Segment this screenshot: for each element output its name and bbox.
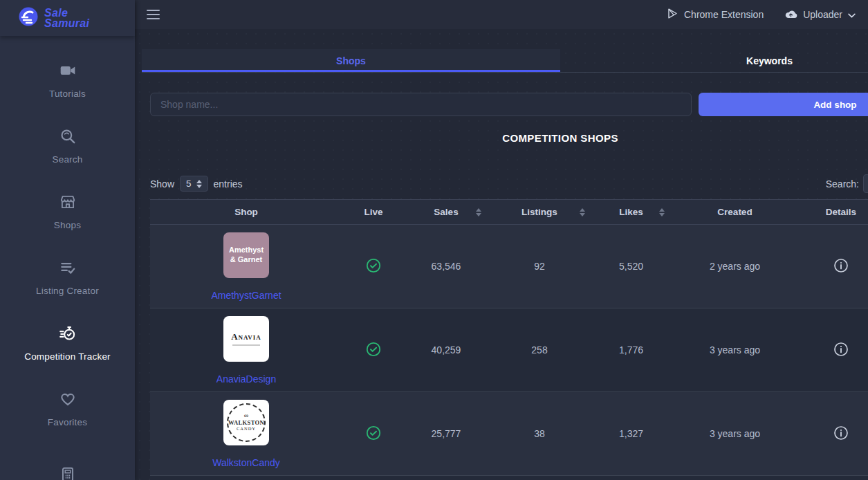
brand-name: Sale Samurai (44, 8, 89, 28)
content: Shops Keywords Add shop COMPETITION SHOP… (142, 29, 868, 480)
table-row: ∞ WALKSTON CANDY WalkstonCandy (150, 392, 868, 476)
search-label: Search: (826, 178, 859, 190)
uploader-dropdown[interactable]: Uploader (784, 9, 856, 21)
sidebar-item-label: Search (53, 154, 83, 165)
add-shop-button[interactable]: Add shop (699, 93, 868, 116)
heart-icon (59, 390, 77, 408)
created-value: 2 years ago (671, 225, 799, 308)
search-icon (59, 127, 77, 145)
listings-value: 38 (488, 392, 591, 476)
sidebar-item-label: Tutorials (49, 89, 86, 99)
sidebar-item-calculator[interactable] (0, 441, 135, 480)
column-header-listings[interactable]: Listings (488, 200, 591, 225)
live-check-icon (366, 432, 381, 443)
chrome-extension-label: Chrome Extension (684, 9, 764, 20)
column-header-sales[interactable]: Sales (405, 200, 488, 225)
sidebar-item-listing-creator[interactable]: Listing Creator (0, 244, 135, 310)
column-header-shop: Shop (150, 200, 342, 225)
app-window: Sale Samurai Tutorials Search (0, 0, 868, 480)
sale-samurai-logo-icon (18, 6, 39, 30)
sidebar-item-label: Shops (54, 220, 81, 230)
select-arrows-icon (196, 180, 202, 188)
table-row-partial (150, 476, 868, 480)
sales-value: 63,546 (405, 225, 488, 308)
shop-name-link[interactable]: WalkstonCandy (212, 457, 280, 468)
list-check-icon (59, 259, 77, 277)
sidebar: Sale Samurai Tutorials Search (0, 0, 135, 480)
details-info-icon[interactable] (833, 425, 849, 443)
shop-name-link[interactable]: AmethystGarnet (211, 290, 281, 301)
likes-value: 1,327 (591, 392, 671, 476)
play-store-icon (667, 8, 678, 21)
shop-name-link[interactable]: AnaviaDesign (216, 373, 276, 385)
stopwatch-icon (59, 324, 77, 342)
listings-value: 92 (488, 225, 591, 308)
table-row: Amethyst & Garnet AmethystGarnet 63,546 … (150, 225, 868, 308)
sidebar-nav: Tutorials Search Shops (0, 47, 135, 480)
column-header-created: Created (671, 200, 799, 225)
live-check-icon (366, 348, 381, 359)
table-header-row: Shop Live Sales Listings Likes Created D… (150, 200, 868, 225)
page-size-select[interactable]: 5 (180, 176, 208, 192)
table-search-input[interactable] (863, 174, 868, 193)
cloud-upload-icon (784, 9, 797, 21)
show-label: Show (150, 178, 174, 190)
calculator-icon (59, 465, 77, 480)
sidebar-item-tutorials[interactable]: Tutorials (0, 47, 135, 113)
column-header-live: Live (342, 200, 405, 225)
details-info-icon[interactable] (833, 342, 849, 359)
sales-value: 40,259 (405, 308, 488, 392)
tab-shops[interactable]: Shops (142, 49, 560, 72)
shop-logo: Amethyst & Garnet (223, 232, 269, 278)
table-controls: Show 5 entries Search: (150, 174, 868, 193)
sort-icon (476, 208, 481, 216)
shop-logo: ∞ WALKSTON CANDY (223, 400, 269, 445)
video-camera-icon (59, 62, 77, 80)
entries-label: entries (214, 178, 243, 190)
uploader-label: Uploader (803, 9, 842, 20)
likes-value: 5,520 (591, 225, 671, 308)
main-area: Chrome Extension Uploader Shops Keywords (135, 0, 868, 480)
created-value: 3 years ago (671, 308, 799, 392)
sidebar-item-label: Listing Creator (36, 286, 99, 296)
sidebar-item-label: Competition Tracker (24, 351, 111, 362)
chevron-down-icon (848, 9, 856, 20)
sidebar-item-label: Favorites (48, 417, 87, 427)
shop-logo: Anavia (223, 316, 269, 362)
topbar: Chrome Extension Uploader (135, 0, 868, 29)
shop-name-input[interactable] (150, 93, 692, 116)
competition-shops-table: Shop Live Sales Listings Likes Created D… (150, 199, 868, 480)
likes-value: 1,776 (591, 308, 671, 392)
live-check-icon (366, 264, 381, 275)
sales-value: 25,777 (405, 392, 488, 476)
chrome-extension-link[interactable]: Chrome Extension (667, 8, 764, 21)
column-header-likes[interactable]: Likes (591, 200, 671, 225)
sort-icon (580, 208, 585, 216)
page-title: COMPETITION SHOPS (142, 132, 868, 144)
hamburger-menu-button[interactable] (145, 8, 161, 21)
created-value: 3 years ago (671, 392, 799, 476)
shop-toolbar: Add shop (150, 93, 868, 116)
tab-bar: Shops Keywords (142, 49, 868, 73)
table-row: Anavia AnaviaDesign 40,259 258 1,776 (150, 308, 868, 392)
sidebar-item-competition-tracker[interactable]: Competition Tracker (0, 310, 135, 376)
sidebar-item-favorites[interactable]: Favorites (0, 376, 135, 441)
sort-icon (659, 208, 665, 216)
details-info-icon[interactable] (833, 258, 849, 275)
sidebar-item-search[interactable]: Search (0, 113, 135, 178)
storefront-icon (59, 193, 77, 211)
column-header-details: Details (799, 200, 868, 225)
logo-link[interactable]: Sale Samurai (0, 0, 135, 36)
tab-keywords[interactable]: Keywords (560, 49, 868, 72)
listings-value: 258 (488, 308, 591, 392)
sidebar-item-shops[interactable]: Shops (0, 178, 135, 244)
